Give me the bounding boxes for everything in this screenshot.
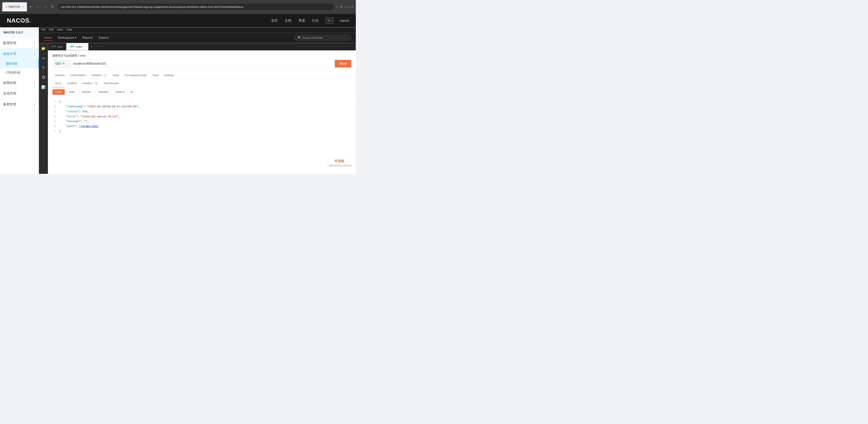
tab-method-get-active: GET [69,46,74,48]
menu-file[interactable]: File [41,28,45,31]
chevron-down-icon: ∨ [34,103,35,106]
watermark: 辛苦啦 CSDN @Qing_Jiaxiong [328,159,351,167]
sidebar-item-service-list[interactable]: 服务列表 [0,59,39,68]
format-label: JSON [116,90,122,93]
view-pretty-button[interactable]: Pretty [53,89,65,95]
req-tab-headers[interactable]: Headers 7 [89,71,110,79]
tab-method-get: GET [52,46,56,48]
resp-tab-body[interactable]: Body [53,79,64,87]
monitor-icon[interactable]: 📊 [40,84,46,90]
sidebar: NACOS 1.4.1 配置管理 ∨ 服务管理 ∧ 服务列表 订阅者列表 权限控… [0,27,39,174]
sidebar-service-header[interactable]: 服务管理 ∧ [0,49,39,59]
mock-icon[interactable]: 🖼 [41,75,46,81]
code-line-7: 7 } [52,129,352,134]
response-tabs: Body Cookies Headers 4 Test Results [48,79,356,87]
request-sub-tabs: Params Authorization Headers 7 Body Pre-… [48,71,356,79]
collection-icon[interactable]: 📁 [40,45,46,52]
postman-sidebar: 📁 ⇌ 👁 🖼 📊 🕐 [39,43,48,174]
sidebar-config-header[interactable]: 配置管理 ∨ [0,37,39,49]
watermark-text: 辛苦啦 [328,159,351,163]
nav-reports[interactable]: Reports [82,35,94,41]
main-content: public | dev 服务列表 | dev 9038a561-8bcb-41… [39,27,356,174]
sidebar-section-auth: 权限控制 ∨ [0,78,39,88]
postman-menu-bar: File Edit View Help [39,27,356,33]
tab-user[interactable]: GET user [48,43,66,50]
menu-edit[interactable]: Edit [49,28,54,31]
maximize-button[interactable]: □ [349,5,351,9]
browser-tab[interactable]: ● NACOS. × [2,2,27,11]
nav-home[interactable]: 首页 [271,18,278,23]
req-tab-params[interactable]: Params [53,71,68,79]
browser-chrome: ● NACOS. × + ← → ↻ ☆ ⧉ — □ × [0,0,356,13]
nacos-header: NACOS. 首页 文档 博客 社区 En nacos [0,13,356,27]
url-input[interactable] [71,60,335,67]
chevron-down-icon: ▾ [75,36,76,39]
nav-home[interactable]: Home [43,35,53,41]
tab-close-icon[interactable]: × [84,46,85,48]
api-icon[interactable]: ⇌ [41,55,46,61]
req-tab-prerequest[interactable]: Pre-request Script [122,71,150,79]
send-button[interactable]: Send [335,60,351,67]
code-line-1: 1 { [52,99,352,104]
tab-label-user: user [57,45,63,48]
postman-search[interactable]: 🔍 Search Postman [294,34,351,41]
postman-nav-bar: Home Workspaces ▾ Reports Explore 🔍 Sear… [39,33,356,43]
resp-tab-test-results[interactable]: Test Results [101,79,121,87]
bookmark-icon: ☆ [336,5,339,9]
sidebar-auth-header[interactable]: 权限控制 ∨ [0,78,39,88]
reload-button[interactable]: ↻ [50,4,55,10]
req-tab-auth[interactable]: Authorization [67,71,89,79]
sidebar-cluster-header[interactable]: 集群管理 ∨ [0,99,39,110]
new-tab-button[interactable]: + [29,5,31,9]
menu-help[interactable]: Help [66,28,72,31]
menu-view[interactable]: View [57,28,63,31]
view-visualize-button[interactable]: Visualize [95,89,111,95]
nav-explore[interactable]: Explore [98,35,110,41]
nav-workspaces[interactable]: Workspaces ▾ [57,35,78,41]
req-tab-body[interactable]: Body [110,71,122,79]
view-preview-button[interactable]: Preview [79,89,94,95]
minimize-button[interactable]: — [344,5,347,9]
method-select[interactable]: GET ▾ [53,60,71,67]
extensions-icon: ⧉ [340,5,343,9]
close-button[interactable]: × [352,5,354,9]
postman-window: ✉ Postman — □ × File Edit View Help Home [39,27,356,174]
watermark-attribution: CSDN @Qing_Jiaxiong [328,164,351,167]
sidebar-section-config: 配置管理 ∨ [0,37,39,49]
nav-blog[interactable]: 博客 [298,18,305,23]
response-headers-badge: 4 [94,82,98,85]
tab-close-button[interactable]: × [22,5,23,8]
view-raw-button[interactable]: Raw [66,89,78,95]
more-tabs-button[interactable]: ··· [95,43,102,50]
nav-lang[interactable]: En [326,18,333,23]
url-bar: GET ▾ Send [53,60,351,67]
environment-icon[interactable]: 👁 [41,65,46,71]
sidebar-section-service: 服务管理 ∧ 服务列表 订阅者列表 [0,49,39,78]
req-tab-tests[interactable]: Tests [150,71,161,79]
tab-order[interactable]: GET order × [66,43,88,50]
sidebar-item-subscriber-list[interactable]: 订阅者列表 [0,68,39,77]
resp-tab-cookies[interactable]: Cookies [64,79,80,87]
response-area: Body Cookies Headers 4 Test Results Pret… [48,79,356,174]
word-wrap-button[interactable]: ⇌ [129,89,135,95]
format-select[interactable]: JSON ▾ [113,89,127,95]
nav-docs[interactable]: 文档 [285,18,292,23]
add-tab-button[interactable]: + [89,43,95,50]
nav-user[interactable]: nacos [340,19,349,23]
sidebar-namespace-header[interactable]: 命名空间 [0,88,39,99]
nav-community[interactable]: 社区 [312,18,319,23]
chevron-down-icon: ∨ [34,41,35,44]
app-layout: NACOS 1.4.1 配置管理 ∨ 服务管理 ∧ 服务列表 订阅者列表 权限控… [0,27,356,174]
code-line-6: 6 "path": "/order/101" [52,124,352,129]
address-bar[interactable] [57,3,334,10]
tab-label-order: order [76,45,82,48]
resp-tab-headers[interactable]: Headers 4 [80,79,101,87]
req-tab-settings[interactable]: Settings [161,71,177,79]
code-line-2: 2 "timestamp": "2022-10-28T08:58:07.914+… [52,104,352,109]
response-code-area: 1 { 2 "timestamp": "2022-10-28T08:58:07.… [48,97,356,174]
back-button[interactable]: ← [35,4,41,10]
postman-request-tabs: GET user GET order × + ··· [48,43,356,50]
chevron-down-icon: ▾ [63,62,64,65]
code-line-5: 5 "message": "", [52,119,352,124]
forward-button[interactable]: → [42,4,48,10]
